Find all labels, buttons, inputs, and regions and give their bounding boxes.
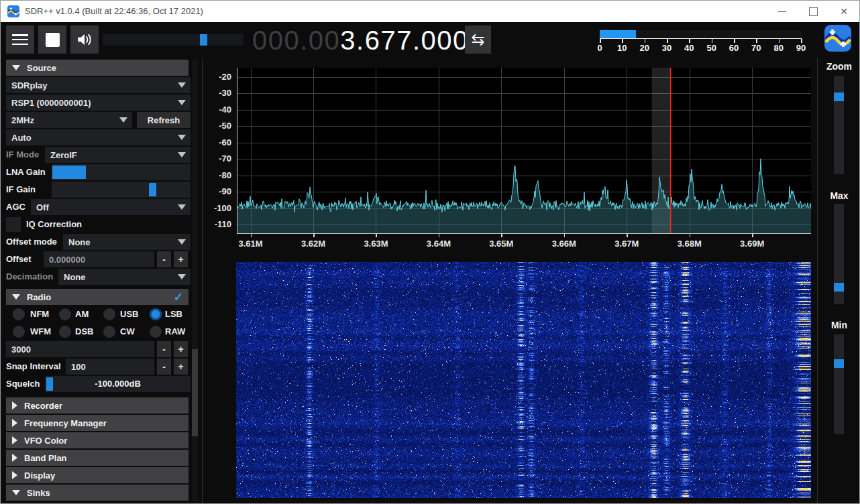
- fft-x-tick: [251, 234, 252, 237]
- waterfall-display[interactable]: [236, 262, 811, 498]
- fft-y-tick-label: -90: [202, 186, 231, 196]
- lna-gain-label: LNA Gain: [6, 164, 46, 180]
- fft-x-tick-label: 3.62M: [294, 239, 332, 249]
- speaker-icon: [76, 31, 93, 48]
- iq-correction-checkbox[interactable]: [6, 217, 21, 232]
- window-title: SDR++ v1.0.4 (Built at 22:46:36, Oct 17 …: [25, 1, 203, 22]
- bandwidth-input[interactable]: 3000: [6, 341, 154, 357]
- fft-x-tick-label: 3.66M: [545, 239, 583, 249]
- fft-y-tick-label: -50: [202, 121, 231, 131]
- frequency-active-digits: 3.677.000: [340, 25, 468, 55]
- mode-radio-wfm[interactable]: [13, 326, 25, 338]
- offset-label: Offset: [6, 251, 32, 267]
- chevron-down-icon: [178, 239, 186, 245]
- mode-radio-am[interactable]: [59, 308, 71, 320]
- bandwidth-increment-button[interactable]: +: [174, 341, 188, 357]
- snr-scale-label: 80: [769, 43, 789, 53]
- sdrpp-logo-icon: [824, 25, 851, 52]
- fft-x-tick-label: 3.65M: [482, 239, 520, 249]
- snr-scale-label: 30: [657, 43, 677, 53]
- titlebar[interactable]: SDR++ v1.0.4 (Built at 22:46:36, Oct 17 …: [1, 1, 859, 22]
- tuning-mode-button[interactable]: ⇆: [465, 25, 491, 54]
- source-type-select[interactable]: SDRplay: [6, 77, 191, 93]
- if-gain-handle[interactable]: [149, 183, 156, 196]
- decimation-select[interactable]: None: [58, 269, 191, 285]
- zoom-slider[interactable]: [834, 76, 844, 174]
- chevron-down-icon: [178, 152, 186, 158]
- fft-y-tick-label: -40: [202, 105, 231, 115]
- section-header-vfo-color[interactable]: VFO Color: [6, 432, 189, 448]
- module-enabled-check-icon[interactable]: ✓: [174, 290, 183, 304]
- if-mode-select[interactable]: ZeroIF: [45, 147, 191, 163]
- fft-spectrum-plot[interactable]: [237, 68, 811, 234]
- offset-input[interactable]: 0.000000: [44, 251, 154, 267]
- fft-y-tick-label: -70: [202, 153, 231, 164]
- if-gain-slider[interactable]: [52, 182, 191, 198]
- minimize-button[interactable]: [767, 1, 798, 22]
- fft-y-tick-label: -30: [202, 88, 231, 98]
- mode-radio-lsb-selected[interactable]: [150, 308, 162, 320]
- mode-radio-cw[interactable]: [103, 326, 115, 338]
- offset-decrement-button[interactable]: -: [157, 251, 171, 267]
- mode-radio-usb[interactable]: [103, 308, 115, 320]
- mode-radio-raw[interactable]: [150, 326, 162, 338]
- bandwidth-decrement-button[interactable]: -: [157, 341, 171, 357]
- squelch-slider[interactable]: -100.000dB: [45, 376, 191, 392]
- fft-y-tick-label: -60: [202, 137, 231, 147]
- device-select[interactable]: RSP1 (0000000001): [6, 94, 191, 111]
- max-slider-handle[interactable]: [834, 283, 844, 292]
- mode-radio-nfm[interactable]: [13, 308, 25, 320]
- fft-y-tick-label: -100: [202, 203, 231, 213]
- section-header-sinks[interactable]: Sinks: [6, 485, 189, 501]
- zoom-label: Zoom: [818, 61, 860, 72]
- section-header-radio[interactable]: Radio ✓: [6, 289, 189, 305]
- snr-meter: 0102030405060708090: [600, 30, 804, 54]
- minimize-icon: [778, 11, 786, 12]
- scrollbar-thumb[interactable]: [192, 349, 198, 436]
- mute-button[interactable]: [70, 25, 99, 54]
- max-slider[interactable]: [834, 204, 844, 304]
- section-header-source[interactable]: Source: [6, 60, 189, 76]
- if-mode-label: IF Mode: [6, 147, 39, 163]
- mode-label-raw: RAW: [165, 324, 185, 340]
- volume-slider[interactable]: [103, 34, 244, 46]
- snr-scale-label: 50: [702, 43, 722, 53]
- lna-gain-slider[interactable]: [52, 164, 191, 180]
- section-header-display[interactable]: Display: [6, 467, 189, 483]
- agc-select[interactable]: Off: [31, 199, 191, 215]
- mode-label-nfm: NFM: [30, 306, 49, 322]
- snap-decrement-button[interactable]: -: [157, 359, 171, 375]
- mode-label-usb: USB: [120, 306, 138, 322]
- fft-x-tick: [564, 234, 566, 237]
- zoom-slider-handle[interactable]: [834, 92, 844, 101]
- menu-button[interactable]: [6, 25, 34, 54]
- frequency-display[interactable]: 000.003.677.000: [252, 25, 469, 56]
- section-header-frequency-manager[interactable]: Frequency Manager: [6, 415, 189, 431]
- fft-x-tick-label: 3.69M: [733, 239, 771, 249]
- section-header-band-plan[interactable]: Band Plan: [6, 450, 189, 466]
- maximize-button[interactable]: [798, 1, 828, 22]
- panel-divider: [817, 58, 818, 503]
- volume-slider-handle[interactable]: [200, 34, 207, 46]
- snap-increment-button[interactable]: +: [174, 359, 188, 375]
- antenna-select[interactable]: Auto: [6, 129, 191, 145]
- snr-scale-label: 20: [635, 43, 655, 53]
- stop-button[interactable]: [38, 25, 66, 54]
- collapse-arrow-icon: [12, 490, 20, 495]
- sidebar-scrollbar[interactable]: [192, 60, 198, 501]
- close-button[interactable]: ✕: [828, 1, 859, 22]
- min-slider-handle[interactable]: [834, 359, 844, 368]
- offset-mode-select[interactable]: None: [63, 234, 191, 250]
- mode-label-dsb: DSB: [75, 324, 93, 340]
- snr-scale-label: 0: [590, 43, 610, 53]
- section-header-recorder[interactable]: Recorder: [6, 397, 189, 414]
- chevron-down-icon: [178, 135, 186, 140]
- refresh-button[interactable]: Refresh: [137, 112, 191, 128]
- snap-interval-input[interactable]: 100: [66, 359, 154, 375]
- offset-increment-button[interactable]: +: [174, 251, 188, 267]
- fft-x-axis-labels: 3.61M3.62M3.63M3.64M3.65M3.66M3.67M3.68M…: [237, 234, 811, 253]
- mode-radio-dsb[interactable]: [59, 326, 71, 338]
- samplerate-select[interactable]: 2MHz: [6, 112, 132, 128]
- lna-gain-handle[interactable]: [52, 166, 86, 179]
- min-slider[interactable]: [834, 334, 844, 434]
